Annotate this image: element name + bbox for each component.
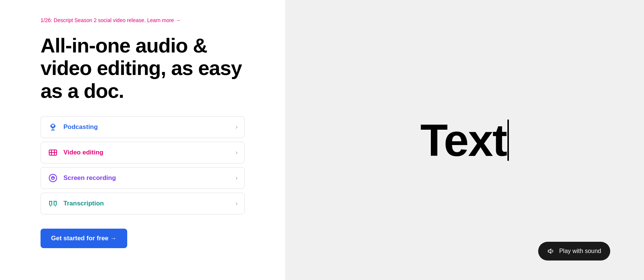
podcasting-icon: [48, 122, 58, 132]
feature-item-screen-recording[interactable]: Screen recording ›: [41, 167, 245, 189]
left-panel: 1/26: Descript Season 2 social video rel…: [0, 0, 285, 280]
transcription-chevron: ›: [236, 200, 238, 207]
cursor-bar: [507, 120, 509, 161]
svg-point-0: [51, 124, 54, 127]
feature-item-transcription[interactable]: Transcription ›: [41, 193, 245, 214]
speaker-icon: [547, 247, 555, 255]
feature-list: Podcasting › Video editing ›: [41, 116, 245, 214]
video-editing-label: Video editing: [63, 149, 103, 156]
transcription-label: Transcription: [63, 200, 104, 207]
transcription-icon: [48, 198, 58, 209]
demo-display: Text: [420, 114, 509, 166]
podcasting-label: Podcasting: [63, 123, 98, 131]
screen-recording-label: Screen recording: [63, 174, 116, 182]
feature-item-podcasting[interactable]: Podcasting ›: [41, 116, 245, 138]
play-sound-button[interactable]: Play with sound: [538, 242, 610, 261]
podcasting-chevron: ›: [236, 124, 238, 130]
demo-text-word: Text: [420, 114, 507, 166]
feature-item-video-editing[interactable]: Video editing ›: [41, 142, 245, 163]
hero-heading: All-in-one audio & video editing, as eas…: [41, 34, 245, 102]
video-editing-chevron: ›: [236, 149, 238, 156]
cta-button[interactable]: Get started for free →: [41, 229, 127, 248]
announcement-text: 1/26: Descript Season 2 social video rel…: [41, 17, 181, 23]
announcement-bar: 1/26: Descript Season 2 social video rel…: [41, 17, 245, 24]
screen-recording-icon: [48, 173, 58, 183]
right-panel: Text Play with sound: [285, 0, 644, 280]
play-sound-label: Play with sound: [559, 248, 601, 255]
video-editing-icon: [48, 147, 58, 158]
svg-marker-10: [548, 249, 551, 253]
screen-recording-chevron: ›: [236, 175, 238, 181]
